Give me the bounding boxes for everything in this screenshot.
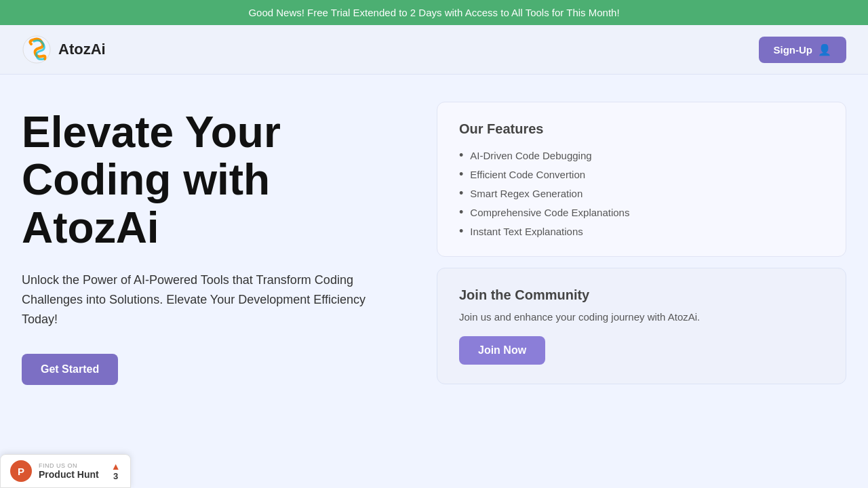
feature-item: AI-Driven Code Debugging [459, 149, 824, 161]
feature-item: Smart Regex Generation [459, 187, 824, 199]
signup-button[interactable]: Sign-Up 👤 [759, 37, 847, 63]
product-hunt-badge[interactable]: P FIND US ON Product Hunt ▲ 3 [0, 454, 131, 488]
hero-title: Elevate Your Coding with AtozAi [22, 108, 415, 251]
get-started-button[interactable]: Get Started [22, 354, 118, 385]
features-title: Our Features [459, 121, 824, 137]
logo-icon [22, 35, 52, 64]
logo-area: AtozAi [22, 35, 106, 64]
community-card: Join the Community Join us and enhance y… [437, 268, 846, 384]
signup-label: Sign-Up [774, 44, 813, 56]
community-title: Join the Community [459, 287, 824, 303]
feature-item: Instant Text Explanations [459, 225, 824, 237]
main-content: Elevate Your Coding with AtozAi Unlock t… [0, 75, 868, 476]
features-card: Our Features AI-Driven Code DebuggingEff… [437, 102, 846, 257]
right-panel: Our Features AI-Driven Code DebuggingEff… [437, 102, 846, 462]
upvote-icon[interactable]: ▲ [111, 462, 121, 471]
logo-text: AtozAi [58, 41, 106, 58]
hero-subtitle: Unlock the Power of AI-Powered Tools tha… [22, 270, 388, 329]
hero-section: Elevate Your Coding with AtozAi Unlock t… [22, 102, 415, 462]
features-list: AI-Driven Code DebuggingEfficient Code C… [459, 149, 824, 237]
product-hunt-vote[interactable]: ▲ 3 [111, 462, 121, 481]
product-hunt-find-us: FIND US ON [39, 462, 99, 469]
vote-count: 3 [113, 471, 118, 481]
navbar: AtozAi Sign-Up 👤 [0, 25, 868, 75]
product-hunt-name: Product Hunt [39, 469, 99, 480]
signup-icon: 👤 [818, 43, 831, 56]
join-now-button[interactable]: Join Now [459, 336, 545, 365]
feature-item: Comprehensive Code Explanations [459, 206, 824, 218]
community-description: Join us and enhance your coding journey … [459, 311, 824, 323]
announcement-banner: Good News! Free Trial Extended to 2 Days… [0, 0, 868, 25]
feature-item: Efficient Code Convertion [459, 168, 824, 180]
banner-text: Good News! Free Trial Extended to 2 Days… [248, 7, 619, 18]
product-hunt-text: FIND US ON Product Hunt [39, 462, 99, 480]
product-hunt-icon: P [10, 460, 32, 482]
